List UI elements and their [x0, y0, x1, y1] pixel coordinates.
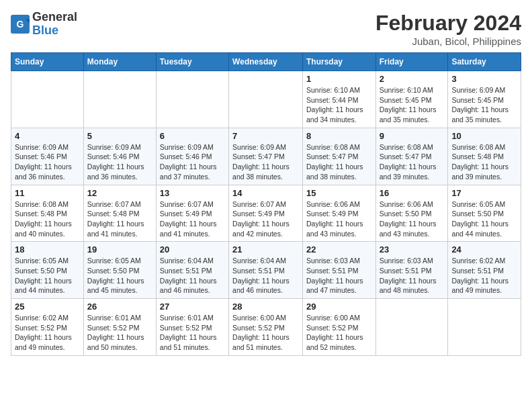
calendar-week-row: 25Sunrise: 6:02 AM Sunset: 5:52 PM Dayli…	[11, 299, 521, 356]
day-info: Sunrise: 6:08 AM Sunset: 5:47 PM Dayligh…	[306, 142, 372, 182]
day-number: 12	[87, 188, 152, 198]
day-number: 13	[160, 188, 225, 198]
page-header: G General Blue February 2024 Juban, Bico…	[11, 11, 521, 47]
day-info: Sunrise: 6:09 AM Sunset: 5:46 PM Dayligh…	[15, 142, 80, 182]
logo-line2: Blue	[32, 24, 77, 38]
calendar-cell: 2Sunrise: 6:10 AM Sunset: 5:45 PM Daylig…	[375, 71, 448, 128]
calendar-cell: 12Sunrise: 6:07 AM Sunset: 5:48 PM Dayli…	[83, 185, 156, 242]
calendar-week-row: 1Sunrise: 6:10 AM Sunset: 5:44 PM Daylig…	[11, 71, 521, 128]
calendar-cell: 26Sunrise: 6:01 AM Sunset: 5:52 PM Dayli…	[83, 299, 156, 356]
weekday-header-cell: Thursday	[302, 53, 375, 71]
calendar-cell: 10Sunrise: 6:08 AM Sunset: 5:48 PM Dayli…	[448, 128, 521, 185]
day-info: Sunrise: 6:01 AM Sunset: 5:52 PM Dayligh…	[87, 313, 152, 353]
calendar-cell: 11Sunrise: 6:08 AM Sunset: 5:48 PM Dayli…	[11, 185, 84, 242]
day-number: 25	[15, 302, 80, 312]
calendar-cell: 15Sunrise: 6:06 AM Sunset: 5:49 PM Dayli…	[302, 185, 375, 242]
day-number: 9	[380, 131, 445, 141]
day-info: Sunrise: 6:02 AM Sunset: 5:51 PM Dayligh…	[451, 256, 517, 295]
calendar-table: SundayMondayTuesdayWednesdayThursdayFrid…	[11, 52, 521, 356]
calendar-cell: 5Sunrise: 6:09 AM Sunset: 5:46 PM Daylig…	[83, 128, 156, 185]
day-info: Sunrise: 6:10 AM Sunset: 5:45 PM Dayligh…	[380, 85, 445, 125]
calendar-cell: 13Sunrise: 6:07 AM Sunset: 5:49 PM Dayli…	[156, 185, 228, 242]
weekday-header-cell: Sunday	[11, 53, 84, 71]
calendar-cell: 6Sunrise: 6:09 AM Sunset: 5:46 PM Daylig…	[156, 128, 228, 185]
day-number: 28	[232, 302, 299, 312]
day-info: Sunrise: 6:05 AM Sunset: 5:50 PM Dayligh…	[15, 256, 80, 295]
day-info: Sunrise: 6:00 AM Sunset: 5:52 PM Dayligh…	[232, 313, 299, 353]
calendar-week-row: 18Sunrise: 6:05 AM Sunset: 5:50 PM Dayli…	[11, 242, 521, 299]
calendar-cell	[375, 299, 448, 356]
calendar-cell: 28Sunrise: 6:00 AM Sunset: 5:52 PM Dayli…	[229, 299, 303, 356]
weekday-header-row: SundayMondayTuesdayWednesdayThursdayFrid…	[11, 53, 521, 71]
calendar-cell: 17Sunrise: 6:05 AM Sunset: 5:50 PM Dayli…	[448, 185, 521, 242]
day-number: 29	[306, 302, 372, 312]
title-area: February 2024 Juban, Bicol, Philippines	[375, 11, 521, 47]
location-subtitle: Juban, Bicol, Philippines	[375, 36, 521, 47]
day-number: 21	[232, 244, 299, 255]
day-info: Sunrise: 6:04 AM Sunset: 5:51 PM Dayligh…	[232, 256, 299, 295]
calendar-week-row: 4Sunrise: 6:09 AM Sunset: 5:46 PM Daylig…	[11, 128, 521, 185]
calendar-cell: 9Sunrise: 6:08 AM Sunset: 5:47 PM Daylig…	[375, 128, 448, 185]
day-info: Sunrise: 6:09 AM Sunset: 5:45 PM Dayligh…	[451, 85, 517, 125]
calendar-week-row: 11Sunrise: 6:08 AM Sunset: 5:48 PM Dayli…	[11, 185, 521, 242]
calendar-body: 1Sunrise: 6:10 AM Sunset: 5:44 PM Daylig…	[11, 71, 521, 356]
weekday-header-cell: Wednesday	[229, 53, 303, 71]
day-info: Sunrise: 6:07 AM Sunset: 5:48 PM Dayligh…	[87, 199, 152, 239]
calendar-cell: 8Sunrise: 6:08 AM Sunset: 5:47 PM Daylig…	[302, 128, 375, 185]
calendar-cell: 27Sunrise: 6:01 AM Sunset: 5:52 PM Dayli…	[156, 299, 228, 356]
calendar-cell: 3Sunrise: 6:09 AM Sunset: 5:45 PM Daylig…	[448, 71, 521, 128]
day-info: Sunrise: 6:08 AM Sunset: 5:47 PM Dayligh…	[380, 142, 445, 182]
day-info: Sunrise: 6:04 AM Sunset: 5:51 PM Dayligh…	[160, 256, 225, 295]
day-number: 10	[451, 131, 517, 141]
calendar-cell: 24Sunrise: 6:02 AM Sunset: 5:51 PM Dayli…	[448, 242, 521, 299]
day-info: Sunrise: 6:08 AM Sunset: 5:48 PM Dayligh…	[451, 142, 517, 182]
day-info: Sunrise: 6:09 AM Sunset: 5:46 PM Dayligh…	[160, 142, 225, 182]
day-info: Sunrise: 6:03 AM Sunset: 5:51 PM Dayligh…	[306, 256, 372, 295]
calendar-cell: 25Sunrise: 6:02 AM Sunset: 5:52 PM Dayli…	[11, 299, 84, 356]
calendar-cell: 1Sunrise: 6:10 AM Sunset: 5:44 PM Daylig…	[302, 71, 375, 128]
day-info: Sunrise: 6:07 AM Sunset: 5:49 PM Dayligh…	[232, 199, 299, 239]
day-number: 18	[15, 244, 80, 255]
day-info: Sunrise: 6:06 AM Sunset: 5:49 PM Dayligh…	[306, 199, 372, 239]
day-info: Sunrise: 6:02 AM Sunset: 5:52 PM Dayligh…	[15, 313, 80, 353]
calendar-cell	[448, 299, 521, 356]
logo-line1: General	[32, 11, 77, 24]
day-info: Sunrise: 6:09 AM Sunset: 5:46 PM Dayligh…	[87, 142, 152, 182]
day-number: 6	[160, 131, 225, 141]
day-info: Sunrise: 6:03 AM Sunset: 5:51 PM Dayligh…	[380, 256, 445, 295]
day-number: 1	[306, 74, 372, 84]
calendar-cell	[229, 71, 303, 128]
weekday-header-cell: Tuesday	[156, 53, 228, 71]
calendar-cell: 20Sunrise: 6:04 AM Sunset: 5:51 PM Dayli…	[156, 242, 228, 299]
calendar-cell: 4Sunrise: 6:09 AM Sunset: 5:46 PM Daylig…	[11, 128, 84, 185]
weekday-header-cell: Friday	[375, 53, 448, 71]
calendar-cell	[156, 71, 228, 128]
day-number: 4	[15, 131, 80, 141]
weekday-header-cell: Saturday	[448, 53, 521, 71]
calendar-cell: 22Sunrise: 6:03 AM Sunset: 5:51 PM Dayli…	[302, 242, 375, 299]
day-number: 16	[380, 188, 445, 198]
calendar-cell: 19Sunrise: 6:05 AM Sunset: 5:50 PM Dayli…	[83, 242, 156, 299]
day-number: 11	[15, 188, 80, 198]
day-number: 2	[380, 74, 445, 84]
logo-icon: G	[11, 15, 30, 34]
day-info: Sunrise: 6:07 AM Sunset: 5:49 PM Dayligh…	[160, 199, 225, 239]
day-number: 24	[451, 244, 517, 255]
calendar-cell: 7Sunrise: 6:09 AM Sunset: 5:47 PM Daylig…	[229, 128, 303, 185]
day-number: 3	[451, 74, 517, 84]
calendar-cell	[83, 71, 156, 128]
svg-text:G: G	[17, 18, 24, 29]
day-info: Sunrise: 6:01 AM Sunset: 5:52 PM Dayligh…	[160, 313, 225, 353]
calendar-cell: 29Sunrise: 6:00 AM Sunset: 5:52 PM Dayli…	[302, 299, 375, 356]
day-number: 23	[380, 244, 445, 255]
day-info: Sunrise: 6:00 AM Sunset: 5:52 PM Dayligh…	[306, 313, 372, 353]
day-info: Sunrise: 6:05 AM Sunset: 5:50 PM Dayligh…	[87, 256, 152, 295]
day-number: 15	[306, 188, 372, 198]
day-number: 22	[306, 244, 372, 255]
day-number: 5	[87, 131, 152, 141]
day-info: Sunrise: 6:09 AM Sunset: 5:47 PM Dayligh…	[232, 142, 299, 182]
day-info: Sunrise: 6:08 AM Sunset: 5:48 PM Dayligh…	[15, 199, 80, 239]
calendar-cell: 21Sunrise: 6:04 AM Sunset: 5:51 PM Dayli…	[229, 242, 303, 299]
day-info: Sunrise: 6:06 AM Sunset: 5:50 PM Dayligh…	[380, 199, 445, 239]
day-number: 14	[232, 188, 299, 198]
